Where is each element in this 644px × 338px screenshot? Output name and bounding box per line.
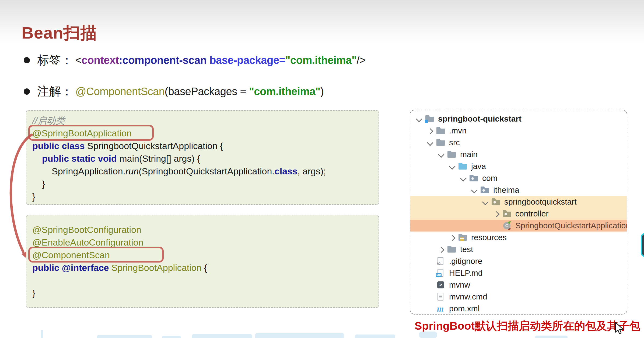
code-token: class <box>275 166 298 176</box>
code-line: public static void main(String[] args) { <box>26 152 379 165</box>
watermark-fragment <box>41 330 43 338</box>
tree-item-label: springboot-quickstart <box>438 114 522 123</box>
folder-pkg-icon <box>469 172 479 184</box>
chevron-right-icon[interactable] <box>491 208 502 220</box>
chevron-right-icon[interactable] <box>447 232 458 243</box>
code-line: public class SpringbootQuickstartApplica… <box>26 140 379 152</box>
tree-row--mvn[interactable]: .mvn <box>410 125 627 137</box>
folder-icon <box>436 125 446 137</box>
chevron-right-icon[interactable] <box>436 243 447 255</box>
tree-row-itheima[interactable]: itheima <box>410 184 627 196</box>
tree-item-label: .mvn <box>449 126 467 135</box>
chevron-down-icon[interactable] <box>469 184 480 196</box>
code-token: /> <box>356 54 365 66</box>
folder-pkg-icon <box>480 184 490 196</box>
tree-row-resources[interactable]: resources <box>410 232 627 243</box>
caption-text: SpringBoot默认扫描启动类所在的包及其子包 <box>415 319 640 333</box>
tree-item-label: java <box>471 162 486 171</box>
code-token: @ComponentScan <box>75 85 165 98</box>
tree-item-label: HELP.md <box>449 268 483 278</box>
code-line <box>26 274 379 287</box>
tree-row-com[interactable]: com <box>410 172 627 184</box>
chevron-spacer <box>425 255 436 267</box>
tree-row-springbootquickstart[interactable]: springbootquickstart <box>410 196 627 208</box>
code-line: } <box>26 178 379 190</box>
tree-item-label: com <box>482 174 498 183</box>
tree-row-springbootquickstartapplication[interactable]: SpringbootQuickstartApplication <box>410 220 627 232</box>
tree-row-controller[interactable]: controller <box>410 208 627 220</box>
code-token: public static void <box>42 153 119 164</box>
watermark-fragment <box>419 332 437 338</box>
tree-row-test[interactable]: test <box>410 243 627 255</box>
watermark-fragment <box>255 333 344 338</box>
tree-row--gitignore[interactable]: .gitignore <box>410 255 627 267</box>
chevron-right-icon[interactable] <box>425 125 436 137</box>
project-tree: springboot-quickstart.mvnsrcmainjavacomi… <box>410 113 627 315</box>
code-line: @SpringBootApplication <box>26 127 379 140</box>
tree-item-label: itheima <box>493 185 519 195</box>
code-line: //启动类 <box>26 114 379 127</box>
code-token: "com.itheima" <box>285 54 357 66</box>
bullet-label: 标签： <box>37 52 73 68</box>
code-line: SpringApplication.run(SpringbootQuicksta… <box>26 165 379 178</box>
tree-row-mvnw-cmd[interactable]: mvnw.cmd <box>410 291 627 303</box>
slide-page: Bean扫描 标签：<context:component-scan base-p… <box>0 0 644 338</box>
bullet-list: 标签：<context:component-scan base-package=… <box>24 52 366 115</box>
code-token: run <box>125 166 139 176</box>
tree-row-help-md[interactable]: HELP.md <box>410 267 627 279</box>
watermark-fragment <box>355 334 395 338</box>
code-token: < <box>75 54 82 66</box>
folder-icon <box>447 243 457 255</box>
tree-row-mvnw[interactable]: mvnw <box>410 279 627 291</box>
tree-row-springboot-quickstart[interactable]: springboot-quickstart <box>410 113 627 125</box>
code-line: } <box>26 287 379 299</box>
tree-item-label: .gitignore <box>449 257 482 266</box>
code-token: , args); <box>298 166 326 176</box>
folder-java-icon <box>458 160 468 172</box>
tree-item-label: test <box>460 245 473 254</box>
code-line: @ComponentScan <box>26 249 379 261</box>
chevron-spacer <box>425 267 436 279</box>
tree-item-label: pom.xml <box>449 304 480 313</box>
watermark-fragment <box>535 336 568 338</box>
code-token: public class <box>32 141 87 151</box>
file-md-icon <box>436 267 446 279</box>
code-token: } <box>32 191 35 202</box>
file-text-icon <box>436 291 446 303</box>
chevron-down-icon[interactable] <box>447 160 458 172</box>
folder-icon <box>447 149 457 160</box>
tree-row-java[interactable]: java <box>410 160 627 172</box>
code-token: } <box>32 288 35 298</box>
project-tree-panel: springboot-quickstart.mvnsrcmainjavacomi… <box>410 110 627 315</box>
bullet-dot-icon <box>24 88 30 95</box>
floating-widget-fragment[interactable] <box>641 233 644 257</box>
chevron-spacer <box>491 220 502 232</box>
code-block-launcher-class: //启动类@SpringBootApplicationpublic class … <box>26 110 379 205</box>
chevron-down-icon[interactable] <box>480 196 491 208</box>
annotation-highlight-box: @SpringBootApplication <box>32 127 132 140</box>
chevron-down-icon[interactable] <box>436 149 447 160</box>
page-title: Bean扫描 <box>22 22 97 44</box>
code-token: } <box>42 179 45 189</box>
code-token: "com.itheima" <box>249 85 320 98</box>
class-run-icon <box>502 220 512 232</box>
code-token: base-package <box>209 54 279 66</box>
code-token: //启动类 <box>32 115 65 126</box>
code-token: (basePackages = <box>165 85 249 98</box>
chevron-spacer <box>425 279 436 291</box>
tree-row-pom-xml[interactable]: pom.xml <box>410 303 627 315</box>
folder-srcpkg-icon <box>502 208 512 220</box>
bullet-item: 标签：<context:component-scan base-package=… <box>24 52 366 68</box>
code-token: :component-scan <box>119 54 209 66</box>
code-line: @EnableAutoConfiguration <box>26 236 379 249</box>
chevron-down-icon[interactable] <box>414 113 425 125</box>
tree-row-main[interactable]: main <box>410 149 627 160</box>
tree-row-src[interactable]: src <box>410 137 627 149</box>
tree-item-label: mvnw <box>449 280 470 289</box>
chevron-down-icon[interactable] <box>458 172 469 184</box>
tree-item-label: springbootquickstart <box>504 197 576 206</box>
chevron-down-icon[interactable] <box>425 137 436 149</box>
code-token: ) <box>320 85 324 98</box>
code-token: context <box>82 54 119 66</box>
code-line: @SpringBootConfiguration <box>26 223 379 236</box>
